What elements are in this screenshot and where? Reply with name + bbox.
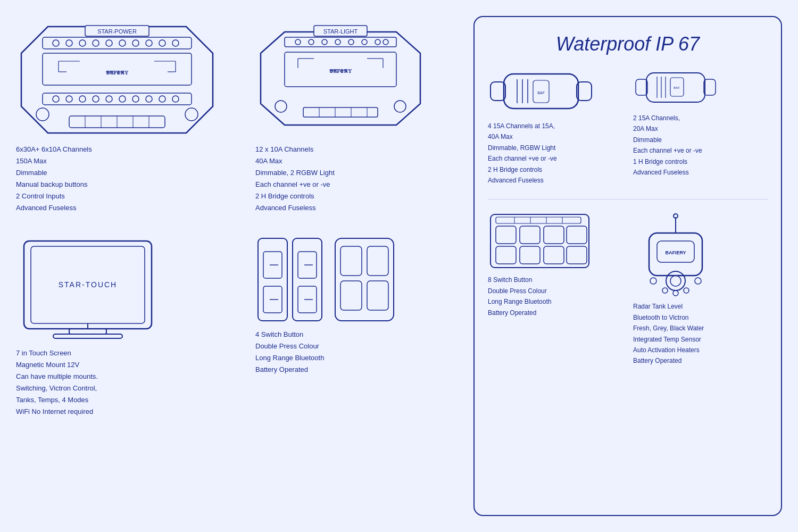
svg-point-32 (172, 96, 179, 102)
svg-point-25 (79, 96, 86, 102)
svg-point-24 (66, 96, 72, 102)
svg-point-54 (335, 39, 340, 45)
waterproof-unit-large: BAF (488, 69, 594, 117)
svg-rect-46 (53, 334, 122, 338)
svg-point-11 (146, 40, 152, 46)
svg-point-52 (309, 39, 314, 45)
svg-point-23 (53, 96, 59, 102)
svg-point-56 (362, 39, 367, 45)
svg-text:STAR-POWER: STAR-POWER (97, 28, 137, 35)
switch-8-drawing (488, 212, 594, 270)
star-power-drawing: STAR-POWER (16, 21, 218, 138)
svg-rect-104 (496, 217, 581, 223)
svg-rect-14 (43, 53, 192, 85)
svg-point-9 (119, 40, 126, 46)
svg-text:BAFIERY: BAFIERY (665, 250, 686, 255)
svg-rect-84 (367, 246, 388, 276)
star-touch-block: STAR-TOUCH 7 in Touch Screen Magnetic Mo… (16, 236, 239, 418)
svg-point-33 (36, 108, 49, 121)
star-light-desc: 12 x 10A Channels 40A Max Dimmable, 2 RG… (255, 144, 458, 214)
svg-point-29 (132, 96, 139, 102)
svg-text:𝕭𝕬𝔽𝕰𝕽𝕐: 𝕭𝕬𝔽𝕰𝕽𝕐 (329, 68, 352, 74)
svg-rect-110 (520, 226, 540, 244)
svg-point-123 (670, 276, 681, 286)
svg-rect-109 (496, 226, 516, 244)
svg-point-8 (106, 40, 112, 46)
star-power-block: STAR-POWER (16, 21, 239, 214)
svg-rect-77 (293, 238, 322, 321)
switch-4-block: 4 Switch Button Double Press Colour Long… (255, 236, 458, 376)
star-light-block: STAR-LIGHT 𝕭� (255, 21, 458, 214)
page: STAR-POWER (0, 0, 798, 532)
svg-rect-113 (496, 246, 516, 264)
svg-point-57 (375, 39, 380, 45)
svg-point-65 (275, 101, 287, 112)
svg-rect-67 (303, 107, 378, 117)
svg-point-128 (684, 288, 689, 293)
svg-point-66 (394, 101, 406, 112)
svg-point-6 (79, 40, 86, 46)
waterproof-section: Waterproof IP 67 (473, 16, 782, 516)
waterproof-item1-desc: 4 15A Channels at 15A, 40A Max Dimmable,… (488, 121, 622, 186)
svg-point-34 (185, 108, 198, 121)
svg-point-31 (159, 96, 165, 102)
svg-rect-72 (258, 238, 287, 321)
divider-1 (488, 199, 768, 200)
tank-sensor-drawing: BAFIERY (633, 212, 718, 297)
svg-point-26 (93, 96, 99, 102)
waterproof-unit-small: BAF (633, 69, 718, 109)
svg-rect-3 (43, 37, 192, 49)
svg-point-58 (383, 39, 388, 45)
switch-4-panel-drawing (255, 236, 325, 323)
tank-sensor-desc: Radar Tank Level Bluetooth to Victron Fr… (633, 301, 768, 366)
svg-rect-116 (567, 246, 587, 264)
svg-rect-111 (544, 226, 564, 244)
svg-point-127 (673, 290, 678, 296)
svg-rect-83 (340, 246, 362, 276)
svg-point-126 (662, 288, 668, 293)
svg-rect-114 (520, 246, 540, 264)
svg-rect-86 (367, 281, 388, 310)
waterproof-item2-desc: 2 15A Channels, 20A Max Dimmable Each ch… (633, 113, 768, 178)
svg-point-13 (172, 40, 179, 46)
star-touch-desc: 7 in Touch Screen Magnetic Mount 12V Can… (16, 347, 239, 418)
svg-point-28 (119, 96, 126, 102)
svg-rect-44 (69, 329, 106, 334)
svg-rect-112 (567, 226, 587, 244)
svg-point-125 (695, 278, 701, 284)
svg-point-12 (159, 40, 165, 46)
svg-text:BAF: BAF (674, 86, 680, 89)
switch-4-desc: 4 Switch Button Double Press Colour Long… (255, 329, 458, 376)
svg-rect-82 (335, 238, 394, 321)
switch-4-remote-drawing (332, 236, 396, 323)
svg-rect-115 (544, 246, 564, 264)
svg-point-30 (146, 96, 152, 102)
svg-text:STAR-TOUCH: STAR-TOUCH (59, 280, 117, 289)
star-touch-drawing: STAR-TOUCH (16, 236, 165, 342)
svg-point-51 (295, 39, 301, 45)
svg-point-27 (106, 96, 112, 102)
star-light-drawing: STAR-LIGHT 𝕭� (255, 21, 426, 138)
svg-rect-96 (636, 79, 647, 95)
svg-point-5 (66, 40, 72, 46)
waterproof-title: Waterproof IP 67 (488, 33, 768, 55)
svg-point-124 (650, 278, 656, 284)
svg-point-4 (53, 40, 59, 46)
svg-point-55 (348, 39, 354, 45)
svg-text:BAF: BAF (537, 91, 545, 95)
svg-point-53 (322, 39, 327, 45)
svg-rect-97 (704, 79, 716, 95)
svg-point-10 (132, 40, 139, 46)
star-power-desc: 6x30A+ 6x10A Channels 150A Max Dimmable … (16, 144, 239, 214)
svg-text:𝕭𝕬𝔽𝕰𝕽𝕐: 𝕭𝕬𝔽𝕰𝕽𝕐 (106, 70, 129, 76)
svg-rect-85 (340, 281, 362, 310)
svg-text:STAR-LIGHT: STAR-LIGHT (323, 28, 358, 35)
svg-point-7 (93, 40, 99, 46)
svg-point-122 (666, 271, 685, 290)
svg-rect-22 (43, 93, 192, 105)
switch-8-desc: 8 Switch Button Double Press Colour Long… (488, 275, 622, 318)
